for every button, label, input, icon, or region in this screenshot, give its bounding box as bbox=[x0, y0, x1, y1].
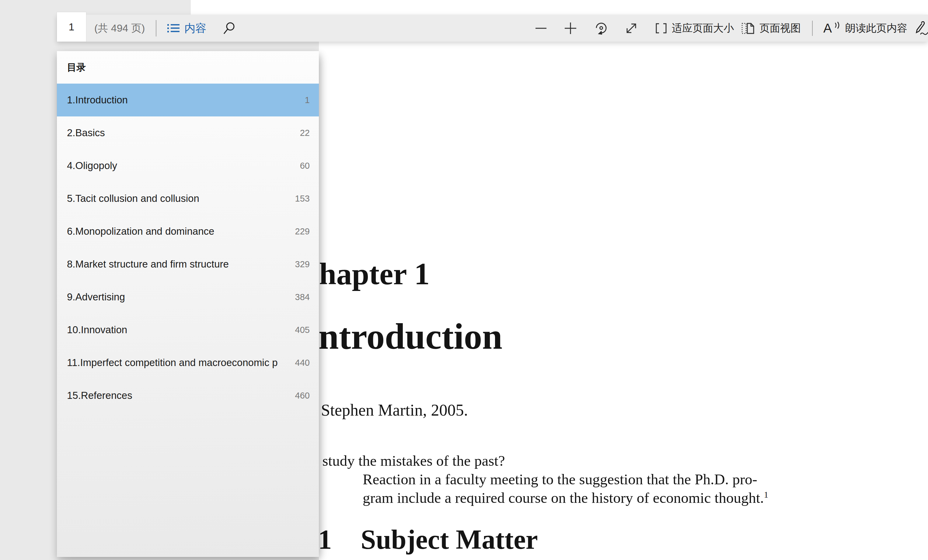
toc-item-introduction[interactable]: 1.Introduction 1 bbox=[57, 84, 319, 116]
fit-page-label: 适应页面大小 bbox=[672, 21, 734, 35]
diagonal-resize-icon bbox=[625, 21, 638, 35]
contents-button[interactable]: 内容 bbox=[167, 21, 206, 36]
footnote-marker: 1 bbox=[764, 490, 769, 499]
toc-panel: 目录 1.Introduction 1 2.Basics 22 4.Oligop… bbox=[57, 51, 319, 557]
toc-item-label: 9.Advertising bbox=[67, 291, 290, 303]
toc-item-imperfect-competition[interactable]: 11.Imperfect competition and macroeconom… bbox=[57, 346, 319, 379]
plus-icon bbox=[564, 21, 577, 35]
read-aloud-button[interactable]: A 朗读此页内容 bbox=[823, 21, 907, 35]
section-title: Subject Matter bbox=[361, 524, 538, 555]
toc-item-page: 153 bbox=[293, 194, 310, 204]
read-aloud-label: 朗读此页内容 bbox=[845, 21, 907, 35]
toc-item-page: 384 bbox=[293, 292, 310, 302]
page-view-button[interactable]: 页面视图 bbox=[741, 21, 801, 35]
toc-item-tacit-collusion[interactable]: 5.Tacit collusion and collusion 153 bbox=[57, 182, 319, 215]
section-heading: 1.1 Subject Matter bbox=[298, 524, 538, 555]
toc-item-label: 5.Tacit collusion and collusion bbox=[67, 193, 290, 204]
toc-item-page: 405 bbox=[293, 325, 310, 335]
toc-item-label: 1.Introduction bbox=[67, 94, 290, 106]
zoom-in-button[interactable] bbox=[564, 21, 577, 35]
page-number-input[interactable] bbox=[57, 12, 86, 42]
toolbar-divider bbox=[812, 21, 813, 36]
toc-item-advertising[interactable]: 9.Advertising 384 bbox=[57, 281, 319, 313]
epigraph-line-1: Why study the mistakes of the past? bbox=[290, 452, 505, 469]
toc-header: 目录 bbox=[57, 51, 319, 84]
toc-item-page: 460 bbox=[293, 391, 310, 401]
epigraph-line-3: gram include a required course on the hi… bbox=[363, 489, 768, 507]
toc-item-label: 10.Innovation bbox=[67, 324, 290, 336]
pdf-toolbar: (共 494 页) 内容 bbox=[57, 15, 928, 42]
toc-item-label: 11.Imperfect competition and macroeconom… bbox=[67, 357, 290, 368]
read-aloud-a-glyph: A bbox=[823, 22, 832, 35]
toc-item-page: 440 bbox=[293, 358, 310, 368]
epigraph-line-2: Reaction in a faculty meeting to the sug… bbox=[363, 471, 757, 488]
fit-page-button[interactable]: 适应页面大小 bbox=[655, 21, 734, 35]
zoom-out-button[interactable] bbox=[534, 21, 548, 35]
pen-annotate-button[interactable] bbox=[912, 21, 928, 36]
toc-item-label: 4.Oligopoly bbox=[67, 160, 290, 172]
minus-icon bbox=[534, 21, 548, 35]
page-count-label: (共 494 页) bbox=[94, 21, 145, 35]
toc-item-label: 8.Market structure and firm structure bbox=[67, 259, 290, 270]
toc-item-page: 22 bbox=[293, 128, 310, 138]
toc-item-page: 329 bbox=[293, 259, 310, 269]
toc-item-label: 2.Basics bbox=[67, 127, 290, 138]
page-view-label: 页面视图 bbox=[759, 21, 801, 35]
toc-item-innovation[interactable]: 10.Innovation 405 bbox=[57, 313, 319, 346]
toc-item-basics[interactable]: 2.Basics 22 bbox=[57, 116, 319, 149]
rotate-button[interactable] bbox=[594, 21, 608, 35]
fit-to-width-button[interactable] bbox=[625, 21, 638, 35]
toc-item-page: 229 bbox=[293, 227, 310, 236]
toc-list-icon bbox=[167, 22, 180, 34]
sound-waves-icon bbox=[834, 21, 841, 31]
page-with-fold-icon bbox=[741, 22, 755, 35]
search-icon bbox=[223, 21, 237, 35]
toc-item-page: 60 bbox=[293, 161, 310, 171]
corner-brackets-icon bbox=[655, 22, 667, 34]
contents-label: 内容 bbox=[185, 21, 206, 36]
rotate-clockwise-icon bbox=[594, 21, 608, 35]
toc-item-page: 1 bbox=[293, 95, 310, 105]
toc-item-references[interactable]: 15.References 460 bbox=[57, 379, 319, 412]
toc-item-market-structure[interactable]: 8.Market structure and firm structure 32… bbox=[57, 248, 319, 281]
toc-item-label: 6.Monopolization and dominance bbox=[67, 225, 290, 237]
pdf-viewer-window: Chapter 1 Introduction Stephen Martin, 2… bbox=[0, 0, 928, 560]
toc-item-label: 15.References bbox=[67, 390, 290, 401]
chapter-title-heading: Introduction bbox=[304, 316, 502, 358]
pen-annotate-icon bbox=[912, 21, 928, 36]
toolbar-divider bbox=[156, 20, 156, 37]
search-button[interactable] bbox=[223, 21, 237, 35]
toc-item-oligopoly[interactable]: 4.Oligopoly 60 bbox=[57, 149, 319, 182]
author-byline: Stephen Martin, 2005. bbox=[321, 401, 468, 420]
toc-item-monopolization[interactable]: 6.Monopolization and dominance 229 bbox=[57, 215, 319, 248]
